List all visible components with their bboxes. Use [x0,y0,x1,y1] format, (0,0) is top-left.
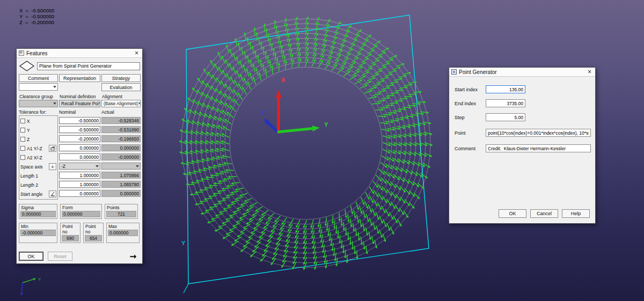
strategy-button[interactable]: Strategy [101,74,141,82]
point-formula-label: Point [455,130,486,136]
step-input[interactable] [486,113,525,121]
form-value: 0.000000 [62,211,100,217]
pg-cancel-button[interactable]: Cancel [530,209,558,218]
min-label: Min [20,224,56,230]
application-window: XYZYY X = -0.500000 Y = -0.500000 Z = -0… [0,0,644,301]
x-axis-arrow-head [276,90,282,98]
end-index-input[interactable] [486,99,525,107]
max-pointno-label: Point no [85,224,102,235]
form-label: Form [62,205,100,211]
comment-input[interactable] [486,144,591,152]
alignment-label: Alignment [101,94,141,99]
chevron-down-icon [99,102,100,105]
space-axis-label: Space axis [20,164,43,170]
representation-button[interactable]: Representation [59,74,100,82]
features-dialog: Features × Comment Representation Strate… [16,48,143,264]
tolerance-for-header: Tolerance for: [19,109,58,115]
points-group: Points 721 [105,204,138,219]
tolerance-x-label: X [27,119,30,124]
close-icon[interactable]: × [133,50,140,56]
plus-minus-icon[interactable]: ± [49,163,56,170]
point-generator-title: Point Generator [459,69,584,75]
max-group: Max 0.000000 [106,223,140,243]
points-label: Points [106,205,136,211]
nominal-start-angle-input[interactable] [59,190,100,197]
max-label: Max [108,224,138,230]
nominal-definition-dropdown[interactable]: Recall Feature Poi [59,100,100,107]
nominal-y-input[interactable] [59,126,100,133]
point-generator-dialog-icon [451,69,457,75]
point-generator-titlebar[interactable]: Point Generator × [449,68,595,77]
tolerance-z-label: Z [27,137,30,142]
clearance-group-dropdown[interactable] [19,100,58,107]
tolerance-z-checkbox[interactable] [20,137,25,142]
nominal-length2-input[interactable] [59,181,100,188]
nominal-length1-input[interactable] [59,172,100,179]
actual-start-angle-value: 0.000000 [101,190,141,197]
z-axis-arrow [268,123,279,133]
actual-header: Actual [101,109,141,115]
pg-help-button[interactable]: Help [562,209,590,218]
tolerance-a1-checkbox[interactable] [20,146,25,151]
spiral-wire [196,33,416,253]
features-dialog-icon [19,50,24,56]
nominal-x-input[interactable] [59,117,100,124]
angle-icon[interactable] [49,190,56,197]
actual-y-value: -0.531890 [101,126,141,133]
comment-label: Comment [455,146,486,151]
point-formula-input[interactable] [486,129,591,137]
mini-y-axis-label: Y [38,277,41,282]
mini-y-axis-arrow [23,280,33,283]
comment-button[interactable]: Comment [19,74,58,82]
ok-button[interactable]: OK [19,252,43,261]
actual-a1-value: 0.000000 [101,144,141,151]
min-group: Min -0.000000 [19,223,57,243]
close-icon[interactable]: × [586,69,593,75]
y-axis-label: Y [324,121,328,128]
reset-button[interactable]: Reset [48,252,72,261]
nominal-a2-input[interactable] [59,153,100,160]
tolerance-x-checkbox[interactable] [20,119,25,123]
alignment-dropdown[interactable]: (Base Alignment) [101,100,141,107]
space-axis-dropdown[interactable]: -Z [59,163,100,170]
start-index-input[interactable] [486,85,525,93]
features-title: Features [26,50,131,56]
chevron-down-icon [136,165,139,167]
actual-x-value: -0.528346 [101,117,141,124]
tolerance-a1-label: A1 Y/-Z [27,146,42,151]
tolerance-a2-checkbox[interactable] [20,155,25,160]
nominal-z-input[interactable] [59,135,100,142]
spiral-wire [230,67,382,219]
coord-z: Z = -0.200000 [19,19,54,25]
nominal-header: Nominal [59,109,100,115]
spiral-wire [225,62,387,224]
coord-y: Y = -0.500000 [19,13,54,19]
max-pointno-group: Point no 654 [83,223,104,243]
y-axis-arrow [277,128,312,132]
tolerance-a2-label: A2 X/-Z [27,155,42,160]
min-pointno-label: Point no [62,224,79,235]
evaluation-button[interactable]: Evaluation [101,83,141,91]
sigma-group: Sigma 0.000000 [19,204,57,219]
sigma-label: Sigma [20,205,56,211]
mini-z-axis-arrow [21,283,23,293]
comment-type-dropdown[interactable] [19,83,58,91]
next-arrow-button[interactable]: ➞ [126,252,140,261]
projection-icon[interactable] [49,145,56,152]
z-axis-label: Z [261,109,265,116]
features-titlebar[interactable]: Features × [17,49,142,58]
length2-label: Length 2 [20,182,38,188]
mini-y-axis-arrow-head [33,278,36,281]
length1-label: Length 1 [20,173,38,179]
feature-name-input[interactable] [37,62,140,70]
pg-ok-button[interactable]: OK [499,209,526,218]
tolerance-checkbox-group: X Y Z A1 Y/-Z A2 X/-Z Space axis ± Lengt… [19,115,58,200]
min-pointno-group: Point no 690 [60,223,80,243]
plane-y-label: Y [181,240,186,246]
y-axis-arrow-head [312,126,320,131]
chevron-down-icon [96,165,99,167]
chevron-down-icon [53,102,56,105]
tolerance-y-checkbox[interactable] [20,128,25,133]
nominal-a1-input[interactable] [59,144,100,151]
actual-length2-value: 1.065780 [101,181,141,188]
